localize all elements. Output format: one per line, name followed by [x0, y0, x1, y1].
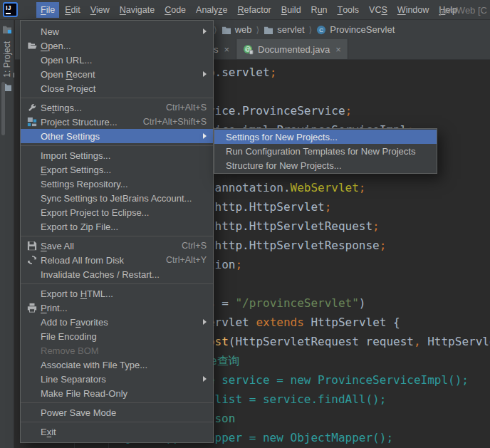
menubar-item-window[interactable]: Window: [393, 2, 433, 18]
submenu-item-settings-for-new-projects[interactable]: Settings for New Projects...: [214, 130, 437, 144]
structure-icon: [27, 117, 37, 127]
menu-item-reload-all-from-disk[interactable]: Reload All from DiskCtrl+Alt+Y: [21, 253, 213, 267]
menu-item-label: Associate with File Type...: [41, 360, 147, 370]
menubar-item-code[interactable]: Code: [160, 2, 190, 18]
breadcrumb-chevron: ⟩: [309, 25, 313, 35]
menu-item-project-structure[interactable]: Project Structure...Ctrl+Alt+Shift+S: [21, 115, 213, 129]
breadcrumb-chevron: ⟩: [214, 25, 217, 35]
project-stripe-label: 1: Project: [2, 41, 12, 78]
menu-item-label: Remove BOM: [41, 345, 99, 356]
menu-item-label: Open...: [41, 41, 71, 51]
menubar-item-analyze[interactable]: Analyze: [192, 2, 231, 18]
menubar-item-refactor[interactable]: Refactor: [234, 2, 276, 18]
menu-separator: [21, 236, 213, 236]
menu-item-add-to-favorites[interactable]: Add to Favorites: [21, 315, 213, 329]
wrench-icon: [27, 103, 37, 113]
menu-item-save-all[interactable]: Save AllCtrl+S: [21, 239, 213, 253]
menubar-item-navigate[interactable]: Navigate: [115, 2, 159, 18]
menu-separator: [21, 422, 213, 422]
submenu-item-structure-for-new-projects[interactable]: Structure for New Projects...: [214, 158, 437, 172]
menu-item-associate-with-file-type[interactable]: Associate with File Type...: [21, 358, 213, 372]
stripe-scrollbar[interactable]: [1, 82, 5, 135]
menu-separator: [21, 98, 213, 98]
menu-item-export-to-zip-file[interactable]: Export to Zip File...: [21, 219, 213, 234]
folder-icon: [264, 26, 273, 34]
menu-item-label: Close Project: [41, 83, 95, 94]
menu-item-remove-bom: Remove BOM: [21, 343, 213, 358]
menu-item-label: Export Settings...: [41, 165, 111, 175]
submenu-arrow-icon: [203, 133, 207, 139]
menu-item-open[interactable]: Open...: [21, 38, 213, 53]
breadcrumb-label: servlet: [277, 24, 304, 35]
menu-item-open-recent[interactable]: Open Recent: [21, 67, 213, 81]
intellij-logo[interactable]: IJ: [3, 2, 18, 17]
menu-item-sync-settings-to-jetbrains-account[interactable]: Sync Settings to JetBrains Account...: [21, 191, 213, 205]
breadcrumb-item-web[interactable]: web: [221, 24, 252, 35]
menu-item-label: Exit: [41, 427, 56, 437]
class-icon: C: [316, 25, 326, 35]
breadcrumb-label: ProvinceServlet: [330, 24, 395, 35]
menu-item-other-settings[interactable]: Other Settings: [21, 129, 213, 143]
menubar-item-vcs[interactable]: VCS: [365, 2, 392, 18]
menu-item-make-file-read-only[interactable]: Make File Read-Only: [21, 386, 213, 400]
project-folder-icon[interactable]: [2, 24, 12, 36]
menu-item-print[interactable]: Print...: [21, 301, 213, 315]
menu-item-power-save-mode[interactable]: Power Save Mode: [21, 405, 213, 420]
menu-item-label: Open Recent: [41, 69, 95, 80]
menu-item-label: Import Settings...: [41, 150, 110, 161]
menu-item-label: Add to Favorites: [41, 317, 108, 328]
menu-item-label: Print...: [41, 303, 68, 313]
menubar-item-tools[interactable]: Tools: [333, 2, 364, 18]
menu-item-label: Settings...: [41, 103, 82, 113]
menu-item-label: Export to Zip File...: [41, 222, 118, 232]
menu-item-file-encoding[interactable]: File Encoding: [21, 329, 213, 343]
menu-item-label: Save All: [41, 241, 74, 251]
breadcrumb-item-provinceservlet[interactable]: CProvinceServlet: [316, 24, 395, 35]
menu-item-export-project-to-eclipse[interactable]: Export Project to Eclipse...: [21, 205, 213, 219]
folder-icon: [221, 26, 231, 34]
menu-item-open-url[interactable]: Open URL...: [21, 53, 213, 67]
menu-item-invalidate-caches-restart[interactable]: Invalidate Caches / Restart...: [21, 267, 213, 281]
window-title: javaWeb [C: [439, 0, 487, 20]
submenu-arrow-icon: [203, 319, 207, 325]
close-icon[interactable]: ×: [335, 44, 341, 55]
menu-item-settings[interactable]: Settings...Ctrl+Alt+S: [21, 100, 213, 115]
menu-item-line-separators[interactable]: Line Separators: [21, 372, 213, 386]
menu-item-shortcut: Ctrl+Alt+S: [166, 103, 207, 113]
menu-item-import-settings[interactable]: Import Settings...: [21, 148, 213, 162]
menu-item-exit[interactable]: Exit: [21, 424, 213, 439]
submenu-item-label: Structure for New Projects...: [226, 160, 342, 171]
menubar-item-build[interactable]: Build: [277, 2, 306, 18]
menu-item-label: Power Save Mode: [41, 407, 116, 418]
menu-item-label: Open URL...: [41, 55, 92, 66]
menu-item-export-settings[interactable]: Export Settings...: [21, 162, 213, 177]
editor-tab-documented-java[interactable]: @Documented.java×: [236, 39, 348, 59]
menubar-item-view[interactable]: View: [86, 2, 114, 18]
menubar-item-run[interactable]: Run: [307, 2, 332, 18]
menu-item-label: Other Settings: [41, 131, 100, 142]
menu-item-new[interactable]: New: [21, 24, 213, 38]
menu-item-label: Make File Read-Only: [41, 388, 127, 399]
breadcrumb-item-servlet[interactable]: servlet: [264, 24, 304, 35]
menu-item-label: New: [41, 26, 59, 37]
tool-stripe: 1: Project: [0, 20, 14, 448]
menubar-item-file[interactable]: File: [36, 2, 59, 18]
menu-item-shortcut: Ctrl+S: [182, 241, 207, 251]
submenu-item-run-configuration-templates-for-new-projects[interactable]: Run Configuration Templates for New Proj…: [214, 144, 437, 158]
menubar-item-edit[interactable]: Edit: [61, 2, 85, 18]
tab-label: Documented.java: [258, 44, 330, 55]
close-icon[interactable]: ×: [224, 44, 229, 55]
menu-item-label: Settings Repository...: [41, 179, 128, 189]
menu-item-label: Invalidate Caches / Restart...: [41, 269, 160, 280]
menu-item-shortcut: Ctrl+Alt+Y: [166, 255, 207, 265]
menu-item-settings-repository[interactable]: Settings Repository...: [21, 177, 213, 191]
submenu-item-label: Run Configuration Templates for New Proj…: [226, 146, 415, 157]
breadcrumb-chevron: ⟩: [256, 25, 260, 35]
submenu-arrow-icon: [203, 71, 207, 77]
menu-item-close-project[interactable]: Close Project: [21, 81, 213, 95]
menu-item-label: File Encoding: [41, 331, 97, 342]
menu-item-label: Sync Settings to JetBrains Account...: [41, 193, 192, 204]
submenu-arrow-icon: [203, 376, 207, 382]
menu-item-export-to-html[interactable]: Export to HTML...: [21, 286, 213, 301]
folder-open-icon: [27, 41, 38, 51]
